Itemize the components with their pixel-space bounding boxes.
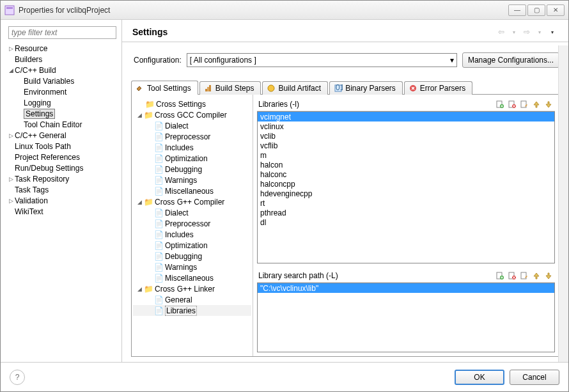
tool-gpp-compiler[interactable]: ◢📁Cross G++ Compiler: [133, 196, 251, 207]
tab-build-steps[interactable]: Build Steps: [199, 81, 261, 95]
down-button[interactable]: [543, 99, 554, 109]
up-button[interactable]: [531, 99, 542, 109]
collapse-icon: ◢: [7, 67, 15, 74]
tab-tool-settings[interactable]: Tool Settings: [131, 81, 198, 95]
manage-configurations-button[interactable]: Manage Configurations...: [462, 52, 559, 68]
tool-gcc-warnings[interactable]: 📄Warnings: [133, 175, 251, 185]
delete-button[interactable]: [507, 99, 517, 109]
tool-settings-body: 📁Cross Settings ◢📁Cross GCC Compiler 📄Di…: [131, 95, 559, 357]
tool-gcc-compiler[interactable]: ◢📁Cross GCC Compiler: [133, 109, 251, 120]
tree-item-settings[interactable]: Settings: [6, 108, 121, 119]
tool-cross-settings[interactable]: 📁Cross Settings: [133, 98, 251, 109]
tool-gpp-linker[interactable]: ◢📁Cross G++ Linker: [133, 283, 251, 294]
search-path-list[interactable]: "C:\vc\vclinux\lib": [257, 283, 555, 352]
up-button[interactable]: [531, 270, 542, 281]
error-icon: [409, 84, 417, 93]
libraries-list[interactable]: vcimgnetvclinuxvclibvcflibmhalconhalconc…: [257, 111, 555, 263]
tree-item-tasktags[interactable]: Task Tags: [6, 184, 121, 195]
view-menu[interactable]: ▾: [547, 26, 558, 38]
tool-tree: 📁Cross Settings ◢📁Cross GCC Compiler 📄Di…: [132, 95, 253, 356]
add-button[interactable]: [495, 270, 505, 281]
svg-rect-1: [6, 7, 13, 9]
tool-gpp-optimization[interactable]: 📄Optimization: [133, 240, 251, 251]
list-item[interactable]: vclinux: [258, 122, 554, 131]
forward-button[interactable]: ⇨: [521, 26, 533, 38]
tool-gcc-debugging[interactable]: 📄Debugging: [133, 164, 251, 175]
tab-binary-parsers[interactable]: 010 Binary Parsers: [329, 81, 403, 95]
down-button[interactable]: [543, 270, 554, 281]
tree-item-taskrepo[interactable]: ▷Task Repository: [6, 173, 121, 184]
folder-icon: 📁: [144, 100, 155, 108]
tab-build-artifact[interactable]: Build Artifact: [262, 81, 328, 95]
tree-item-ccgeneral[interactable]: ▷C/C++ General: [6, 130, 121, 141]
list-item[interactable]: pthread: [258, 208, 554, 217]
tree-item-wikitext[interactable]: WikiText: [6, 206, 121, 217]
tab-error-parsers[interactable]: Error Parsers: [404, 81, 472, 95]
vertical-scrollbar[interactable]: [558, 45, 568, 362]
tool-linker-libraries[interactable]: 📄Libraries: [133, 305, 251, 316]
collapse-icon: ◢: [136, 199, 143, 205]
close-button[interactable]: ✕: [547, 4, 565, 16]
back-menu[interactable]: ▾: [508, 26, 520, 38]
edit-button[interactable]: [519, 270, 529, 281]
tree-item-projrefs[interactable]: Project References: [6, 152, 121, 162]
delete-button[interactable]: [507, 270, 517, 281]
tree-item-ccbuild[interactable]: ◢C/C++ Build: [6, 65, 121, 75]
tool-gcc-includes[interactable]: 📄Includes: [133, 142, 251, 153]
tool-gcc-optimization[interactable]: 📄Optimization: [133, 153, 251, 164]
edit-button[interactable]: [519, 99, 529, 109]
minimize-button[interactable]: —: [508, 4, 526, 16]
folder-icon: 📁: [143, 198, 153, 206]
tree-item-linuxtools[interactable]: Linux Tools Path: [6, 141, 121, 152]
tree-item-builders[interactable]: Builders: [6, 54, 121, 65]
list-item[interactable]: vcimgnet: [258, 112, 554, 122]
tool-gpp-misc[interactable]: 📄Miscellaneous: [133, 272, 251, 283]
title-bar: Properties for vclibqProject — ▢ ✕: [1, 1, 568, 20]
tool-gpp-includes[interactable]: 📄Includes: [133, 229, 251, 240]
list-item[interactable]: rt: [258, 198, 554, 208]
tool-gcc-preprocessor[interactable]: 📄Preprocessor: [133, 131, 251, 142]
tree-item-toolchain[interactable]: Tool Chain Editor: [6, 119, 121, 130]
maximize-button[interactable]: ▢: [527, 4, 545, 16]
list-item[interactable]: halcon: [258, 160, 554, 169]
page-icon: 📄: [153, 122, 164, 130]
tool-linker-general[interactable]: 📄General: [133, 294, 251, 305]
list-item[interactable]: dl: [258, 217, 554, 227]
list-item[interactable]: halconc: [258, 169, 554, 179]
help-button[interactable]: ?: [10, 370, 25, 385]
tree-item-environment[interactable]: Environment: [6, 86, 121, 97]
list-item[interactable]: vclib: [258, 131, 554, 141]
tree-item-resource[interactable]: ▷Resource: [6, 43, 121, 54]
tool-gpp-preprocessor[interactable]: 📄Preprocessor: [133, 218, 251, 229]
tab-strip: Tool Settings Build Steps Build Artifact…: [131, 78, 559, 95]
list-item[interactable]: "C:\vc\vclinux\lib": [258, 283, 554, 293]
tool-gcc-dialect[interactable]: 📄Dialect: [133, 120, 251, 131]
tree-item-buildvars[interactable]: Build Variables: [6, 75, 121, 86]
libraries-toolbar: [495, 99, 554, 109]
add-button[interactable]: [495, 99, 505, 109]
tool-gpp-debugging[interactable]: 📄Debugging: [133, 251, 251, 262]
tool-gpp-dialect[interactable]: 📄Dialect: [133, 207, 251, 218]
search-path-header: Library search path (-L): [257, 270, 555, 283]
list-item[interactable]: hdevenginecpp: [258, 189, 554, 198]
expand-icon: ▷: [7, 198, 15, 204]
tree-item-rundebug[interactable]: Run/Debug Settings: [6, 162, 121, 173]
list-item[interactable]: vcflib: [258, 141, 554, 150]
tree-item-validation[interactable]: ▷Validation: [6, 195, 121, 206]
cancel-button[interactable]: Cancel: [510, 370, 559, 385]
svg-point-5: [268, 85, 274, 91]
list-item[interactable]: m: [258, 150, 554, 160]
back-button[interactable]: ⇦: [495, 26, 507, 38]
configuration-row: Configuration: [ All configurations ] ▾ …: [122, 42, 568, 78]
list-item[interactable]: halconcpp: [258, 179, 554, 189]
tree-item-logging[interactable]: Logging: [6, 97, 121, 108]
filter-input[interactable]: [8, 26, 116, 39]
ok-button[interactable]: OK: [455, 370, 504, 385]
tool-gcc-misc[interactable]: 📄Miscellaneous: [133, 185, 251, 196]
forward-menu[interactable]: ▾: [534, 26, 545, 38]
search-path-group: Library search path (-L) "C:\vc\vclinux\…: [257, 270, 555, 352]
binary-icon: 010: [334, 84, 343, 93]
folder-icon: 📁: [143, 111, 153, 119]
tool-gpp-warnings[interactable]: 📄Warnings: [133, 262, 251, 272]
configuration-select[interactable]: [ All configurations ] ▾: [187, 53, 457, 67]
